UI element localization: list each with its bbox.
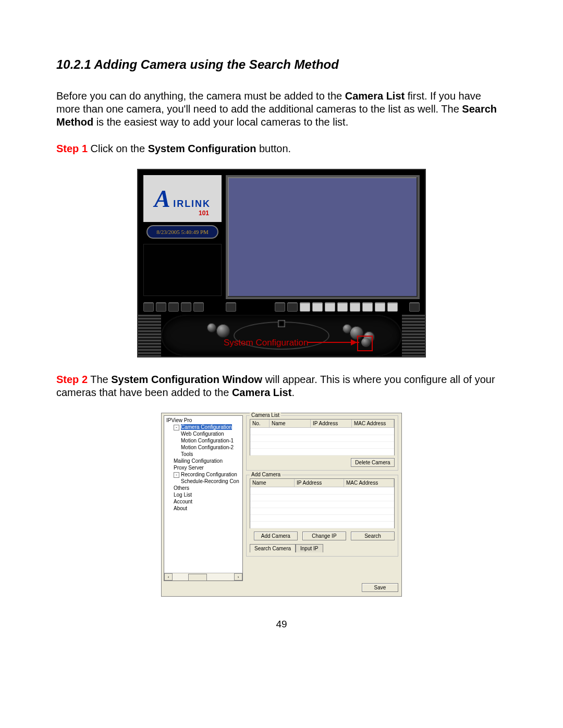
camera-list-group: Camera List No. Name IP Address MAC Addr… xyxy=(246,415,398,471)
step-2-text: Step 2 The System Configuration Window w… xyxy=(56,373,507,399)
column-header-no[interactable]: No. xyxy=(250,419,270,427)
datetime-display: 8/23/2005 5:40:49 PM xyxy=(146,225,218,239)
tree-item[interactable]: Account xyxy=(164,498,242,505)
layout-button[interactable] xyxy=(350,302,360,312)
figure-config-window: IPView Pro -Camera Configuration Web Con… xyxy=(161,413,402,597)
layout-button[interactable] xyxy=(325,302,335,312)
layout-button[interactable] xyxy=(375,302,385,312)
control-dial-area: System Configuration xyxy=(161,315,402,356)
playback-button[interactable] xyxy=(287,302,298,312)
toolbar-button[interactable] xyxy=(409,302,420,312)
intro-paragraph: Before you can do anything, the camera m… xyxy=(56,90,507,129)
playback-button[interactable] xyxy=(275,302,285,312)
config-tree[interactable]: IPView Pro -Camera Configuration Web Con… xyxy=(164,415,243,581)
system-configuration-callout: System Configuration xyxy=(224,338,309,348)
decorative-ribs xyxy=(138,315,161,356)
add-camera-group: Add Camera Name IP Address MAC Address A… xyxy=(246,475,398,557)
toolbar-button[interactable] xyxy=(156,302,166,312)
step-1-label: Step 1 xyxy=(56,143,88,154)
tree-item[interactable]: Proxy Server xyxy=(164,464,242,471)
tree-item[interactable]: Mailing Configuration xyxy=(164,458,242,464)
search-button[interactable]: Search xyxy=(351,532,395,540)
add-camera-table[interactable]: Name IP Address MAC Address xyxy=(250,478,395,528)
tree-item[interactable]: Motion Configuration-1 xyxy=(164,437,242,444)
center-button[interactable] xyxy=(278,320,285,327)
column-header-ip[interactable]: IP Address xyxy=(311,419,352,427)
tree-item[interactable]: Tools xyxy=(164,451,242,458)
tree-horizontal-scrollbar[interactable]: ‹ › xyxy=(164,573,242,581)
column-header-ip[interactable]: IP Address xyxy=(295,479,344,487)
tab-input-ip[interactable]: Input IP xyxy=(296,544,323,552)
tree-item[interactable]: About xyxy=(164,505,242,512)
section-heading: 10.2.1 Adding Camera using the Search Me… xyxy=(56,57,507,72)
tree-collapse-icon[interactable]: - xyxy=(174,425,179,430)
add-camera-legend: Add Camera xyxy=(250,472,282,477)
dial-button[interactable] xyxy=(216,324,230,338)
layout-button[interactable] xyxy=(362,302,373,312)
video-thumbnail xyxy=(143,244,222,296)
callout-arrow-icon xyxy=(307,342,359,343)
figure-app-screenshot: A IRLINK 101 8/23/2005 5:40:49 PM xyxy=(137,169,426,357)
camera-list-table[interactable]: No. Name IP Address MAC Address xyxy=(250,419,395,455)
column-header-name[interactable]: Name xyxy=(270,419,311,427)
layout-button[interactable] xyxy=(387,302,398,312)
scroll-right-icon[interactable]: › xyxy=(234,573,242,581)
toolbar xyxy=(138,299,425,315)
tree-item-camera-configuration[interactable]: Camera Configuration xyxy=(181,424,232,430)
tree-item[interactable]: Recording Configuration xyxy=(181,472,237,477)
toolbar-button[interactable] xyxy=(181,302,191,312)
layout-button[interactable] xyxy=(337,302,348,312)
tree-collapse-icon[interactable]: - xyxy=(174,472,179,478)
step-2-label: Step 2 xyxy=(56,374,88,385)
tree-item[interactable]: Others xyxy=(164,485,242,491)
toolbar-button[interactable] xyxy=(226,302,236,312)
column-header-mac[interactable]: MAC Address xyxy=(344,479,394,487)
tree-root: IPView Pro xyxy=(164,417,242,424)
brand-sub: 101 xyxy=(199,209,209,217)
scroll-left-icon[interactable]: ‹ xyxy=(164,573,173,581)
layout-button[interactable] xyxy=(312,302,323,312)
brand-logo: A IRLINK 101 xyxy=(143,175,222,222)
tree-item[interactable]: Web Configuration xyxy=(164,430,242,437)
camera-list-legend: Camera List xyxy=(250,412,281,418)
toolbar-button[interactable] xyxy=(168,302,179,312)
layout-button[interactable] xyxy=(300,302,310,312)
column-header-mac[interactable]: MAC Address xyxy=(352,419,394,427)
decorative-ribs xyxy=(402,315,425,356)
save-button[interactable]: Save xyxy=(362,583,398,592)
add-camera-button[interactable]: Add Camera xyxy=(254,532,298,540)
tree-item[interactable]: Motion Configuration-2 xyxy=(164,444,242,451)
tab-search-camera[interactable]: Search Camera xyxy=(250,544,296,552)
page-number: 49 xyxy=(56,619,507,630)
step-1-text: Step 1 Click on the System Configuration… xyxy=(56,142,507,155)
tree-item[interactable]: Schedule-Recording Con xyxy=(164,478,242,485)
main-viewport xyxy=(226,175,420,299)
column-header-name[interactable]: Name xyxy=(250,479,295,487)
change-ip-button[interactable]: Change IP xyxy=(302,532,346,540)
toolbar-button[interactable] xyxy=(143,302,154,312)
tree-item[interactable]: Log List xyxy=(164,491,242,498)
delete-camera-button[interactable]: Delete Camera xyxy=(351,458,395,467)
toolbar-button[interactable] xyxy=(193,302,204,312)
dial-button[interactable] xyxy=(207,323,216,332)
scroll-thumb[interactable] xyxy=(188,574,207,581)
system-configuration-button[interactable] xyxy=(361,338,371,347)
